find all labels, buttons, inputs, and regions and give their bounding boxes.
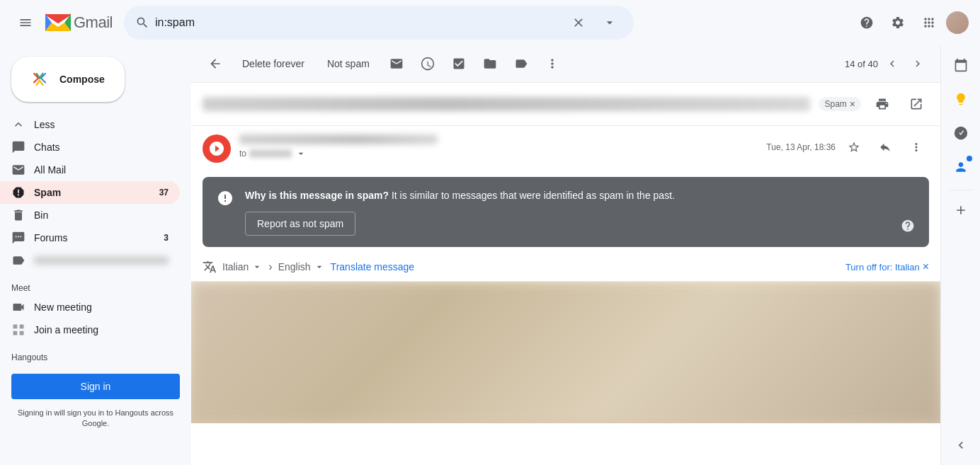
task-button[interactable] bbox=[446, 51, 472, 76]
sender-avatar bbox=[203, 134, 231, 163]
compose-plus-icon bbox=[28, 68, 51, 91]
spam-badge-label: Spam bbox=[824, 99, 846, 109]
gmail-text: Gmail bbox=[74, 13, 113, 32]
calendar-panel-button[interactable] bbox=[947, 51, 975, 79]
spam-badge-remove[interactable]: × bbox=[850, 98, 855, 110]
email-meta-actions: Tue, 13 Apr, 18:36 bbox=[766, 134, 929, 160]
turn-off-label[interactable]: Turn off for: Italian bbox=[845, 262, 920, 272]
sign-in-button[interactable]: Sign in bbox=[11, 374, 180, 399]
email-toolbar: Delete forever Not spam 14 of 40 bbox=[191, 45, 940, 83]
spam-notice: Why is this message in spam? It is simil… bbox=[203, 177, 929, 247]
from-language-button[interactable]: Italian bbox=[222, 261, 263, 272]
forums-count-badge: 3 bbox=[164, 233, 169, 243]
search-input[interactable] bbox=[155, 16, 560, 29]
email-content: Spam × to bbox=[191, 83, 940, 465]
compose-button[interactable]: Compose bbox=[11, 57, 125, 102]
not-spam-button[interactable]: Not spam bbox=[319, 54, 378, 74]
grid-icon bbox=[11, 323, 25, 337]
warning-icon bbox=[217, 190, 234, 207]
back-button[interactable] bbox=[203, 51, 228, 76]
recipient-expand-button[interactable] bbox=[295, 147, 307, 160]
sidebar-item-label: Chats bbox=[34, 142, 169, 153]
delete-forever-button[interactable]: Delete forever bbox=[234, 54, 313, 74]
spam-help-button[interactable] bbox=[898, 216, 918, 236]
translate-message-button[interactable]: Translate message bbox=[331, 261, 415, 272]
hamburger-button[interactable] bbox=[11, 8, 40, 37]
right-panel-divider bbox=[950, 190, 972, 190]
pagination-text: 14 of 40 bbox=[845, 59, 878, 69]
sidebar-item-blurred[interactable] bbox=[0, 249, 180, 272]
spam-notice-title: Why is this message in spam? It is simil… bbox=[245, 188, 915, 203]
turn-off-close-button[interactable]: × bbox=[923, 260, 929, 273]
to-language-button[interactable]: English bbox=[278, 261, 325, 272]
keep-panel-button[interactable] bbox=[947, 85, 975, 113]
sidebar-item-spam[interactable]: Spam 37 bbox=[0, 181, 180, 204]
add-panel-button[interactable] bbox=[950, 199, 972, 222]
report-spam-icon bbox=[11, 185, 25, 200]
new-window-button[interactable] bbox=[904, 91, 929, 117]
sidebar-item-new-meeting[interactable]: New meeting bbox=[0, 296, 180, 318]
topbar-actions bbox=[853, 8, 969, 37]
pagination: 14 of 40 bbox=[845, 52, 929, 75]
spam-notice-rest: It is similar to messages that were iden… bbox=[392, 190, 675, 201]
print-button[interactable] bbox=[870, 91, 895, 117]
sidebar-item-label: Less bbox=[34, 119, 169, 130]
sidebar-item-forums[interactable]: Forums 3 bbox=[0, 226, 180, 249]
sidebar: Compose Less Chats All Mail Spam 37 Bin bbox=[0, 45, 191, 465]
join-meeting-label: Join a meeting bbox=[34, 324, 169, 335]
contacts-badge bbox=[967, 156, 972, 161]
spam-badge: Spam × bbox=[819, 97, 861, 111]
hangouts-signin-text: Signing in will sign you in to Hangouts … bbox=[0, 408, 191, 430]
meet-section-header: Meet bbox=[0, 272, 191, 296]
from-language-label: Italian bbox=[222, 261, 249, 272]
reply-button[interactable] bbox=[872, 134, 898, 160]
sidebar-item-less[interactable]: Less bbox=[0, 113, 180, 136]
folder-button[interactable] bbox=[477, 51, 503, 76]
chevron-up-icon bbox=[11, 117, 25, 132]
right-panel bbox=[940, 0, 980, 465]
email-sender-row: to Tue, 13 Apr, 18:36 bbox=[191, 126, 940, 171]
trash-icon bbox=[11, 208, 25, 222]
next-page-button[interactable] bbox=[906, 52, 929, 75]
chat-icon bbox=[11, 140, 25, 154]
help-button[interactable] bbox=[853, 8, 881, 37]
search-clear-button[interactable] bbox=[566, 10, 591, 35]
translate-icon bbox=[203, 260, 217, 274]
spam-notice-bold: Why is this message in spam? bbox=[245, 190, 389, 201]
avatar[interactable] bbox=[946, 11, 969, 34]
blurred-label bbox=[34, 256, 169, 265]
apps-button[interactable] bbox=[915, 8, 943, 37]
hangouts-section-header: Hangouts bbox=[0, 341, 191, 365]
more-button[interactable] bbox=[540, 51, 565, 76]
settings-button[interactable] bbox=[884, 8, 912, 37]
search-icon bbox=[135, 16, 149, 30]
tasks-panel-button[interactable] bbox=[947, 119, 975, 147]
sidebar-item-join-meeting[interactable]: Join a meeting bbox=[0, 318, 180, 341]
sidebar-item-label: All Mail bbox=[34, 164, 169, 176]
more-email-button[interactable] bbox=[904, 134, 929, 160]
spam-count-badge: 37 bbox=[159, 188, 169, 197]
turn-off-translate: Turn off for: Italian × bbox=[845, 260, 929, 273]
compose-label: Compose bbox=[59, 74, 105, 85]
forum-icon bbox=[11, 231, 25, 245]
to-label: to bbox=[239, 149, 246, 159]
prev-page-button[interactable] bbox=[881, 52, 904, 75]
email-subject bbox=[203, 97, 810, 111]
sidebar-item-all-mail[interactable]: All Mail bbox=[0, 159, 180, 181]
sender-to-row: to bbox=[239, 147, 758, 160]
contacts-panel-button[interactable] bbox=[947, 153, 975, 181]
sidebar-item-bin[interactable]: Bin bbox=[0, 204, 180, 226]
star-button[interactable] bbox=[841, 134, 867, 160]
sender-name-blurred bbox=[239, 134, 438, 144]
email-icon-button[interactable] bbox=[384, 51, 409, 76]
spam-notice-content: Why is this message in spam? It is simil… bbox=[245, 188, 915, 236]
sender-info: to bbox=[239, 134, 758, 160]
gmail-logo: Gmail bbox=[45, 10, 113, 35]
snooze-button[interactable] bbox=[415, 51, 440, 76]
label-button[interactable] bbox=[508, 51, 534, 76]
sidebar-item-chats[interactable]: Chats bbox=[0, 136, 180, 159]
email-body bbox=[191, 282, 940, 423]
expand-panel-button[interactable] bbox=[947, 431, 975, 459]
report-not-spam-button[interactable]: Report as not spam bbox=[245, 212, 355, 236]
search-options-button[interactable] bbox=[597, 10, 622, 35]
